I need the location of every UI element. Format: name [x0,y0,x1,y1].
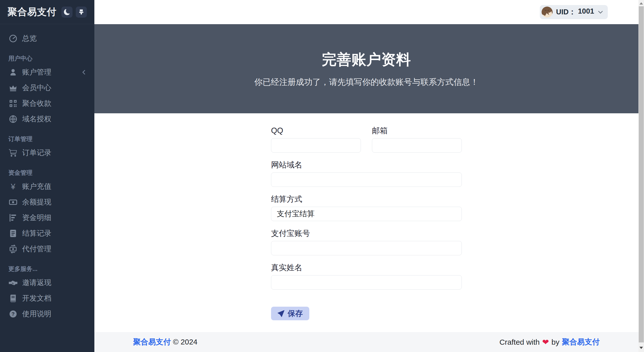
book-icon [8,294,18,303]
settle-method-label: 结算方式 [271,194,462,204]
bar-chart-icon [8,213,18,223]
main-column: UID：1001 完善账户资料 你已经注册成功了，请先填写你的收款账号与联系方式… [94,0,638,352]
qq-label: QQ [271,126,361,135]
triangle-up-icon [639,2,643,5]
svg-text:?: ? [12,311,15,317]
sidebar-item-settlement-records[interactable]: 结算记录 [0,226,94,241]
sidebar-item-balance-withdrawal[interactable]: 余额提现 [0,194,94,210]
uid-text: UID：1001 [556,7,594,17]
sidebar-item-payout-management[interactable]: 代付管理 [0,241,94,257]
avatar [542,7,553,18]
sidebar-header: 聚合易支付 [0,0,94,24]
sidebar-item-usage-instructions[interactable]: ? 使用说明 [0,306,94,322]
app-window: 聚合易支付 总览 用户 [0,0,638,352]
footer-credit-brand-link[interactable]: 聚合易支付 [562,337,600,347]
footer-credit: Crafted with ❤ by 聚合易支付 [499,337,600,347]
footer-copyright: 聚合易支付 © 2024 [133,337,198,347]
alipay-account-input[interactable] [271,241,462,255]
page-subtitle: 你已经注册成功了，请先填写你的收款账号与联系方式信息！ [254,77,479,88]
theme-brush-button[interactable] [76,7,87,18]
sidebar-section-fund-management: 资金管理 [0,168,94,177]
handshake-icon [8,278,18,288]
alipay-account-label: 支付宝账号 [271,229,462,238]
uid-dropdown[interactable]: UID：1001 [540,5,608,19]
email-input[interactable] [372,138,462,153]
app-logo: 聚合易支付 [8,6,57,18]
heart-icon: ❤ [542,337,549,347]
send-icon [278,310,284,317]
sidebar-item-account-recharge[interactable]: ¥ 账户充值 [0,179,94,194]
hero-banner: 完善账户资料 你已经注册成功了，请先填写你的收款账号与联系方式信息！ [94,24,638,113]
dark-mode-button[interactable] [61,7,72,18]
qq-input[interactable] [271,138,361,153]
domain-label: 网站域名 [271,160,462,169]
speedometer-icon [8,34,18,43]
domain-input[interactable] [271,172,462,187]
person-icon [8,67,18,77]
question-circle-icon: ? [8,309,18,319]
scrollbar-thumb[interactable] [639,6,644,342]
crown-icon [8,83,18,93]
real-name-input[interactable] [271,275,462,290]
email-label: 邮箱 [372,126,462,135]
chevron-left-icon [81,69,87,75]
sidebar-item-member-center[interactable]: 会员中心 [0,80,94,96]
brush-icon [78,9,84,15]
cash-icon [8,197,18,207]
moon-icon [64,9,70,15]
profile-form: QQ 邮箱 网站域名 结算方式 支付宝账号 [271,126,462,320]
yen-icon: ¥ [8,182,18,191]
sidebar: 聚合易支付 总览 用户 [0,0,94,352]
sidebar-section-order-management: 订单管理 [0,134,94,144]
sidebar-nav: 总览 用户中心 账户管理 会员中心 [0,24,94,322]
qr-code-icon [8,99,18,108]
settle-method-select[interactable] [271,207,462,221]
scrollbar-down-arrow[interactable] [638,345,644,350]
content-area: QQ 邮箱 网站域名 结算方式 支付宝账号 [94,113,638,332]
cash-transfer-icon [8,244,18,254]
cart-icon [8,148,18,158]
footer-year: © 2024 [173,338,197,346]
real-name-label: 真实姓名 [271,263,462,272]
save-button[interactable]: 保存 [271,307,309,320]
footer: 聚合易支付 © 2024 Crafted with ❤ by 聚合易支付 [94,332,638,352]
sidebar-section-user-center: 用户中心 [0,54,94,63]
sidebar-section-more-services: 更多服务... [0,264,94,273]
sidebar-item-fund-details[interactable]: 资金明细 [0,210,94,226]
topbar: UID：1001 [94,0,638,24]
sidebar-item-account-management[interactable]: 账户管理 [0,64,94,80]
scrollbar[interactable] [638,0,644,352]
scrollbar-up-arrow[interactable] [638,1,644,6]
journal-icon [8,229,18,238]
footer-brand-link[interactable]: 聚合易支付 [133,338,171,346]
sidebar-item-invite-cashback[interactable]: 邀请返现 [0,275,94,291]
sidebar-item-aggregate-collection[interactable]: 聚合收款 [0,96,94,111]
sidebar-item-dev-docs[interactable]: 开发文档 [0,291,94,306]
sidebar-item-order-records[interactable]: 订单记录 [0,145,94,161]
triangle-down-icon [639,347,643,349]
chevron-down-icon [598,9,603,15]
browser-globe-icon [8,114,18,124]
page-title: 完善账户资料 [322,50,411,69]
sidebar-item-domain-authorization[interactable]: 域名授权 [0,111,94,127]
sidebar-item-overview[interactable]: 总览 [0,31,94,46]
